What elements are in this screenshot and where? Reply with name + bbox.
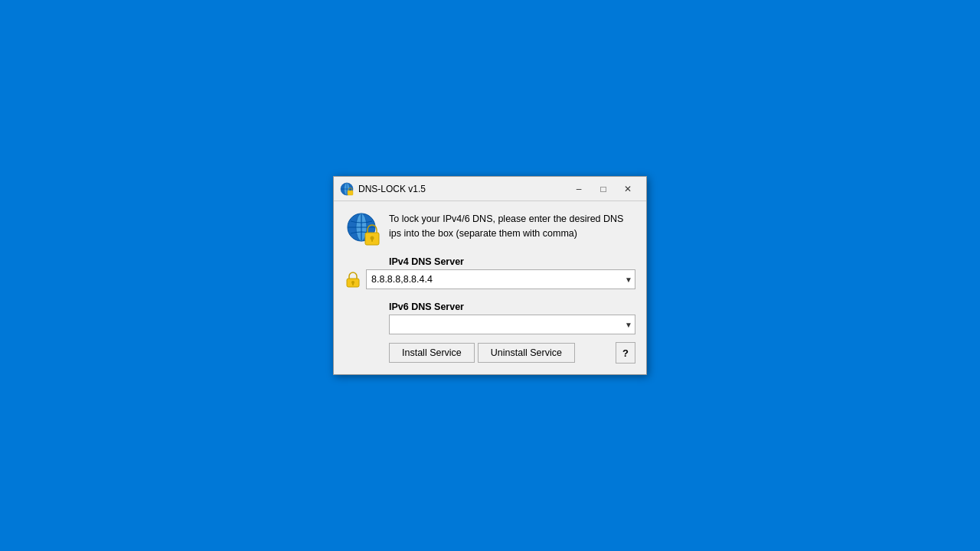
install-service-button[interactable]: Install Service <box>389 343 475 363</box>
main-window: DNS-LOCK v1.5 – □ ✕ <box>333 176 647 375</box>
help-button[interactable]: ? <box>616 342 635 364</box>
buttons-row: Install Service Uninstall Service ? <box>389 342 635 364</box>
ipv4-label: IPv4 DNS Server <box>389 256 635 267</box>
app-icon <box>345 210 381 247</box>
svg-rect-14 <box>352 283 354 285</box>
svg-rect-4 <box>348 191 353 195</box>
description-text: To lock your IPv4/6 DNS, please enter th… <box>389 210 635 241</box>
window-title: DNS-LOCK v1.5 <box>358 184 567 194</box>
maximize-button[interactable]: □ <box>591 181 616 197</box>
ipv6-combobox-wrapper: 2001:4860:4860::8888,2001:4860:4860::884… <box>389 315 635 334</box>
uninstall-service-button[interactable]: Uninstall Service <box>478 343 575 363</box>
ipv4-combobox[interactable]: 8.8.8.8,8.8.4.4 1.1.1.1,1.0.0.1 9.9.9.9 <box>366 269 635 289</box>
lock-icon <box>345 271 361 288</box>
window-controls: – □ ✕ <box>567 181 640 197</box>
ipv6-section: IPv6 DNS Server 2001:4860:4860::8888,200… <box>389 302 635 334</box>
ipv6-combobox[interactable]: 2001:4860:4860::8888,2001:4860:4860::884… <box>389 315 635 334</box>
title-bar: DNS-LOCK v1.5 – □ ✕ <box>334 177 646 201</box>
ipv4-section: IPv4 DNS Server 8.8.8.8,8.8.4.4 1.1.1.1,… <box>345 256 635 295</box>
ipv4-combobox-wrapper: 8.8.8.8,8.8.4.4 1.1.1.1,1.0.0.1 9.9.9.9 … <box>366 269 635 289</box>
ipv4-field-row: 8.8.8.8,8.8.4.4 1.1.1.1,1.0.0.1 9.9.9.9 … <box>345 269 635 289</box>
minimize-button[interactable]: – <box>567 181 591 197</box>
svg-rect-11 <box>371 239 373 242</box>
ipv6-label: IPv6 DNS Server <box>389 302 635 312</box>
header-row: To lock your IPv4/6 DNS, please enter th… <box>345 210 635 247</box>
window-body: To lock your IPv4/6 DNS, please enter th… <box>334 201 646 374</box>
close-button[interactable]: ✕ <box>616 181 640 197</box>
titlebar-icon <box>340 182 354 196</box>
